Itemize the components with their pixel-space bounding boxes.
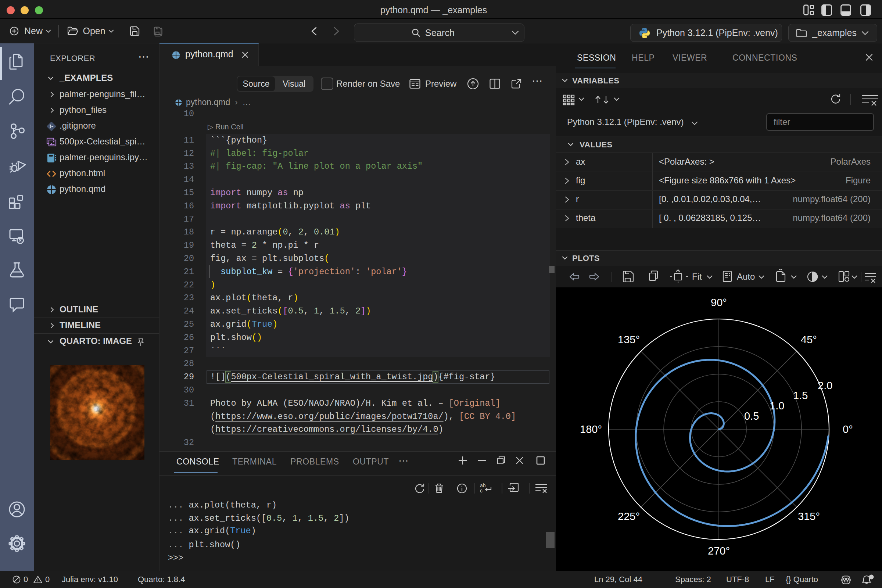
svg-text:315°: 315° <box>798 510 820 522</box>
svg-text:Fit: Fit <box>692 272 702 282</box>
svg-text:2.0: 2.0 <box>818 380 832 392</box>
svg-text:90°: 90° <box>711 297 727 308</box>
svg-text:0.5: 0.5 <box>744 410 759 422</box>
svg-text:Auto: Auto <box>737 272 755 282</box>
svg-text:1.0: 1.0 <box>770 400 784 412</box>
svg-text:225°: 225° <box>618 510 640 522</box>
svg-text:1.5: 1.5 <box>793 390 808 401</box>
svg-text:c: c <box>480 488 483 494</box>
svg-text:0°: 0° <box>843 423 853 435</box>
svg-text:180°: 180° <box>580 423 602 435</box>
svg-text:45°: 45° <box>801 334 817 345</box>
svg-text:270°: 270° <box>708 545 730 557</box>
svg-text:135°: 135° <box>618 334 640 345</box>
